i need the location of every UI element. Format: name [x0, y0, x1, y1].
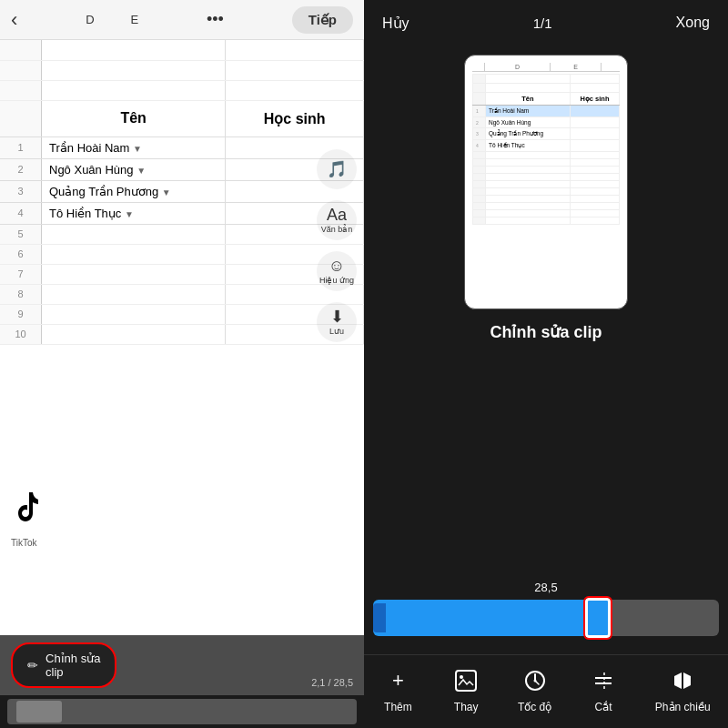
chinh-sua-clip-label: Chỉnh sửa clip [490, 322, 602, 342]
track-blue-fill [373, 600, 598, 636]
action-row: + Thêm Thay [364, 664, 728, 713]
timeline-track[interactable] [373, 600, 719, 636]
left-top-bar: ‹ D E ••• Tiếp [0, 0, 364, 40]
mini-table-row: 3 Quảng Trần Phương [473, 128, 620, 140]
download-toolbar-label: Lưu [329, 327, 344, 336]
music-icon: 🎵 [327, 161, 347, 177]
right-toolbar: 🎵 Aa Văn bản ☺ Hiệu ứng ⬇ Lưu [317, 149, 357, 342]
phanchieu-icon [666, 664, 699, 697]
mini-col1-header: Tên [486, 93, 571, 106]
col1-header: Tên [42, 100, 226, 136]
more-button[interactable]: ••• [207, 10, 224, 29]
cat-label: Cắt [595, 701, 612, 713]
preview-area: D E Tên Học sinh 1 Trần Hoài Nam [364, 46, 728, 581]
tiktok-text: TikTok [11, 538, 37, 548]
pencil-icon: ✏ [27, 658, 38, 672]
col-labels: D E [86, 13, 138, 26]
action-phanchieu[interactable]: Phản chiều [655, 664, 711, 713]
table-row: 1 Trần Hoài Nam ▼ [0, 136, 364, 158]
sticker-toolbar-label: Hiệu ứng [319, 276, 354, 285]
cat-icon [587, 664, 620, 697]
svg-rect-0 [456, 671, 476, 691]
svg-marker-7 [683, 672, 691, 689]
spreadsheet-area: Tên Học sinh 1 Trần Hoài Nam ▼ 2 Ngô Xuâ… [0, 40, 364, 728]
col-e-label: E [131, 13, 139, 26]
sticker-toolbar-button[interactable]: ☺ Hiệu ứng [317, 251, 357, 291]
bottom-actions: + Thêm Thay [364, 654, 728, 728]
svg-point-3 [533, 680, 536, 682]
left-bottom-bar: ✏ Chỉnh sửa clip 2,1 / 28,5 [0, 635, 364, 728]
sticker-icon: ☺ [329, 258, 345, 274]
thay-icon [450, 664, 482, 697]
page-counter: 1/1 [533, 15, 552, 31]
col2-header: Học sinh [226, 100, 364, 136]
tiep-button[interactable]: Tiếp [292, 6, 353, 34]
mini-table-row-selected: 1 Trần Hoài Nam [473, 106, 620, 117]
mini-col-d: D [485, 63, 551, 71]
tocdo-label: Tốc độ [518, 701, 551, 713]
table-row: 4 Tô Hiền Thục ▼ [0, 202, 364, 224]
them-icon: + [381, 664, 414, 697]
track-thumb[interactable] [585, 598, 611, 638]
track-left-handle[interactable] [373, 603, 386, 632]
mini-col-e: E [551, 63, 602, 71]
download-toolbar-button[interactable]: ⬇ Lưu [317, 302, 357, 342]
huy-button[interactable]: Hủy [382, 15, 410, 32]
timeline-section: 28,5 [364, 581, 728, 654]
timeline-counter: 2,1 / 28,5 [311, 677, 353, 688]
phanchieu-label: Phản chiều [655, 701, 711, 713]
mini-table: Tên Học sinh 1 Trần Hoài Nam 2 Ngô Xuân … [472, 74, 620, 225]
mini-col2-header: Học sinh [570, 93, 619, 106]
right-panel: Hủy 1/1 Xong D E Tên Học sinh [364, 0, 728, 728]
action-them[interactable]: + Thêm [381, 664, 414, 713]
them-label: Thêm [384, 701, 412, 713]
chinh-sua-label: Chỉnh sửa clip [46, 652, 100, 679]
action-cat[interactable]: Cắt [587, 664, 620, 713]
left-panel: ‹ D E ••• Tiếp Tên Học sinh 1 Trần Hoài … [0, 0, 364, 728]
action-tocdo[interactable]: Tốc độ [518, 664, 551, 713]
mini-table-row: 4 Tô Hiền Thục [473, 140, 620, 152]
svg-point-1 [460, 675, 463, 679]
chinh-sua-button[interactable]: ✏ Chỉnh sửa clip [11, 642, 116, 688]
download-icon: ⬇ [330, 308, 344, 325]
header-row: Tên Học sinh [0, 100, 364, 136]
video-preview-frame: D E Tên Học sinh 1 Trần Hoài Nam [464, 55, 628, 309]
text-toolbar-button[interactable]: Aa Văn bản [317, 200, 357, 240]
mini-table-row: 2 Ngô Xuân Hùng [473, 117, 620, 128]
text-toolbar-label: Văn bản [321, 225, 353, 234]
music-toolbar-button[interactable]: 🎵 [317, 149, 357, 189]
back-button[interactable]: ‹ [11, 8, 17, 32]
tiktok-logo [15, 492, 40, 528]
timeline-value: 28,5 [373, 581, 719, 594]
col-d-label: D [86, 13, 94, 26]
thay-label: Thay [454, 701, 479, 713]
xong-button[interactable]: Xong [676, 15, 710, 31]
right-top-bar: Hủy 1/1 Xong [364, 0, 728, 46]
sheet-table: Tên Học sinh 1 Trần Hoài Nam ▼ 2 Ngô Xuâ… [0, 40, 364, 345]
table-row: 3 Quảng Trần Phương ▼ [0, 180, 364, 202]
svg-marker-6 [674, 672, 682, 689]
text-icon: Aa [327, 207, 347, 223]
track-gray-fill [598, 600, 719, 636]
tocdo-icon [519, 664, 551, 697]
action-thay[interactable]: Thay [450, 664, 482, 713]
table-row: 2 Ngô Xuân Hùng ▼ [0, 158, 364, 180]
mini-spreadsheet: D E Tên Học sinh 1 Trần Hoài Nam [465, 56, 627, 308]
